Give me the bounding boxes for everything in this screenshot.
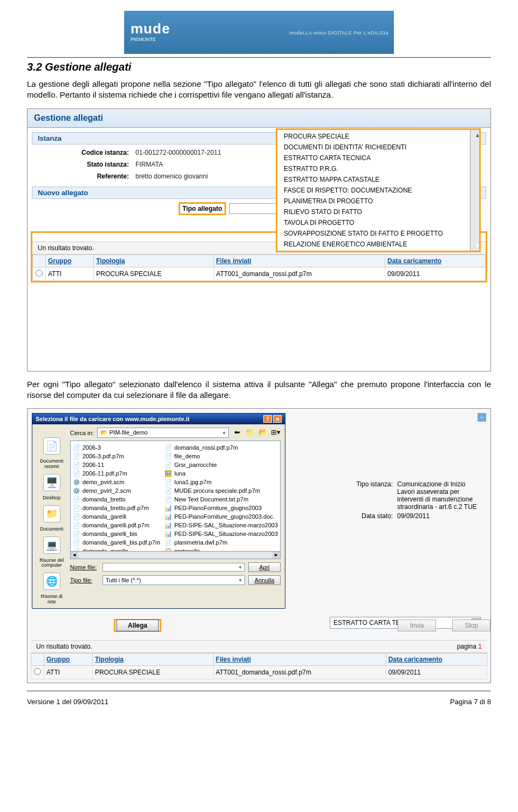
file-item[interactable]: 📄domanda_bretto.pdf.p7m	[73, 504, 160, 512]
back-icon[interactable]: ⬅	[232, 428, 242, 438]
file-item[interactable]: 📄2006-11.pdf.p7m	[73, 469, 160, 478]
tipo-file-label: Tipo file:	[70, 577, 99, 583]
computer-icon[interactable]: 💻	[43, 536, 60, 554]
scroll-left-icon[interactable]: ◄	[71, 552, 78, 559]
file-item[interactable]: 📄2006-3	[73, 443, 160, 452]
file-item[interactable]: 📊PED-PianoForniture_giugno2003	[165, 504, 278, 512]
dropdown-option[interactable]: DOCUMENTI DI IDENTITA' RICHIEDENTI	[280, 142, 477, 153]
filetype-combo[interactable]: Tutti i file (*.*)▾	[103, 575, 245, 585]
dropdown-scrollbar[interactable]: ▲▼	[470, 130, 479, 251]
desktop-icon[interactable]: 🖥️	[43, 474, 60, 491]
close-icon[interactable]: ✕	[273, 415, 282, 423]
file-item[interactable]: 📊PED-PianoForniture_giugno2003.doc.	[165, 512, 278, 521]
horizontal-scrollbar[interactable]: ◄►	[71, 551, 280, 559]
footer-page: Pagina 7 di 8	[450, 698, 491, 706]
dropdown-option[interactable]: PROCURA SPECIALE	[280, 131, 477, 142]
minimize-icon[interactable]: −	[478, 413, 486, 422]
file-item[interactable]: ⚙️demo_pvirt.scm	[73, 478, 160, 486]
file-icon: 📄	[73, 470, 80, 477]
annulla-button[interactable]: Annulla	[248, 575, 281, 585]
dropdown-option[interactable]: RILIEVO STATO DI FATTO	[280, 207, 477, 217]
nome-file-label: Nome file:	[70, 564, 99, 570]
result-count: Un risultato trovato.	[38, 244, 94, 252]
panel-title: Gestione allegati	[28, 109, 490, 128]
table-row[interactable]: ATTIPROCURA SPECIALEATT001_domanda_rossi…	[33, 267, 486, 280]
row-radio[interactable]	[36, 270, 43, 277]
documents-icon[interactable]: 📁	[43, 505, 60, 522]
file-icon: ⚙️	[73, 478, 80, 486]
table-row[interactable]: ATTIPROCURA SPECIALEATT001_domanda_rossi…	[31, 666, 487, 679]
file-item[interactable]: 📄domanda_garelli_bis.pdf.p7m	[73, 538, 160, 547]
row-radio[interactable]	[34, 668, 41, 675]
file-item[interactable]: 📄MUDE procura speciale.pdf.p7m	[165, 486, 278, 495]
th-data[interactable]: Data caricamento	[386, 653, 487, 666]
apri-button[interactable]: Apri	[248, 562, 281, 572]
new-folder-icon[interactable]: 📂	[258, 428, 268, 438]
body-paragraph-2: Per ogni "Tipo allegato" selezionato dal…	[27, 379, 491, 401]
file-item[interactable]: 📄Grsr_parrocchie	[165, 460, 278, 469]
logo-text: mude	[131, 23, 170, 35]
tipo-istanza-label: Tipo istanza:	[340, 480, 397, 511]
file-icon: 🖼️	[165, 470, 172, 477]
logo-subtitle: PIEMONTE	[131, 37, 170, 42]
body-paragraph-1: La gestione degli allegati propone nella…	[27, 79, 491, 101]
data-stato-label: Data stato:	[340, 512, 397, 520]
th-data[interactable]: Data caricamento	[385, 254, 486, 267]
file-item[interactable]: 📄New Text Document.txt.p7m	[165, 495, 278, 504]
file-list[interactable]: 📄2006-3📄2006-3.pdf.p7m📄2006-11📄2006-11.p…	[70, 441, 281, 559]
file-item[interactable]: 📊PED-SIPE-SAL_Situazione-marzo2003	[165, 521, 278, 529]
help-icon[interactable]: ?	[263, 415, 272, 423]
scroll-right-icon[interactable]: ►	[272, 552, 280, 559]
tipo-allegato-dropdown-list[interactable]: PROCURA SPECIALE DOCUMENTI DI IDENTITA' …	[276, 128, 481, 252]
recent-docs-icon[interactable]: 📄	[43, 437, 60, 455]
dropdown-option[interactable]: ESTRATTO CARTA TECNICA	[280, 153, 477, 163]
stop-button[interactable]: Stop	[452, 620, 490, 631]
folder-combo[interactable]: 📂 PIM-file_demo▾	[97, 428, 229, 438]
th-files[interactable]: Files inviati	[213, 653, 386, 666]
dropdown-option[interactable]: PLANIMETRIA DI PROGETTO	[280, 196, 477, 207]
file-item[interactable]: 📄planimetria.dwf.p7m	[165, 538, 278, 547]
file-item[interactable]: 📄domanda_garelli.pdf.p7m	[73, 521, 160, 529]
section-heading: 3.2 Gestione allegati	[27, 61, 491, 73]
dropdown-option[interactable]: TAVOLA DI PROGETTO	[280, 217, 477, 228]
file-item[interactable]: 📄file_demo	[165, 452, 278, 460]
th-gruppo[interactable]: Gruppo	[44, 653, 93, 666]
file-item[interactable]: 📄luna1.jpg.p7m	[165, 478, 278, 486]
dialog-title: Seleziona il file da caricare con www.mu…	[36, 416, 189, 422]
screenshot-file-dialog: Seleziona il file da caricare con www.mu…	[27, 408, 491, 683]
th-files[interactable]: Files inviati	[214, 254, 385, 267]
dropdown-option[interactable]: FASCE DI RISPETTO: DOCUMENTAZIONE	[280, 185, 477, 196]
file-item[interactable]: 📄domanda_bretto	[73, 495, 160, 504]
file-item[interactable]: ⚙️demo_pvirt_2.scm	[73, 486, 160, 495]
dropdown-option[interactable]: SOVRAPPOSIZIONE STATO DI FATTO E PROGETT…	[280, 228, 477, 239]
tipo-allegato-label: Tipo allegato	[179, 202, 226, 215]
data-stato-value: 09/09/2011	[397, 512, 430, 520]
file-icon: ⚙️	[73, 487, 80, 494]
file-icon: 📄	[73, 521, 80, 529]
th-gruppo[interactable]: Gruppo	[46, 254, 94, 267]
tipo-istanza-value: Comunicazione di Inizio Lavori asseverat…	[397, 480, 481, 511]
file-item[interactable]: 📄2006-3.pdf.p7m	[73, 452, 160, 460]
file-item[interactable]: 🖼️luna	[165, 469, 278, 478]
file-item[interactable]: 📊PED-SIPE-SAL_Situazione-marzo2003	[165, 529, 278, 538]
network-icon[interactable]: 🌐	[43, 573, 60, 590]
views-icon[interactable]: ⊞▾	[271, 428, 281, 438]
file-item[interactable]: 📄domanda_rossi.pdf.p7m	[165, 443, 278, 452]
file-icon: 📄	[165, 444, 172, 451]
cerca-in-label: Cerca in:	[70, 430, 94, 436]
file-item[interactable]: 📄domanda_garelli_bis	[73, 529, 160, 538]
dropdown-option[interactable]: RELAZIONE ENERGETICO AMBIENTALE	[280, 239, 477, 250]
invia-button[interactable]: Invia	[398, 620, 436, 631]
file-item[interactable]: 📄2006-11	[73, 460, 160, 469]
th-tipologia[interactable]: Tipologia	[92, 653, 213, 666]
dropdown-option[interactable]: ESTRATTO P.R.G.	[280, 163, 477, 174]
footer-version: Versione 1 del 09/09/2011	[27, 698, 108, 706]
file-item[interactable]: 📄domanda_garelli	[73, 512, 160, 521]
page-number-2: 1	[478, 643, 482, 650]
allega-button[interactable]: Allega	[117, 620, 159, 631]
up-icon[interactable]: 📁	[245, 428, 255, 438]
file-icon: 📄	[165, 452, 172, 460]
dropdown-option[interactable]: ESTRATTO MAPPA CATASTALE	[280, 174, 477, 185]
filename-input[interactable]: ▾	[103, 563, 245, 572]
th-tipologia[interactable]: Tipologia	[94, 254, 214, 267]
